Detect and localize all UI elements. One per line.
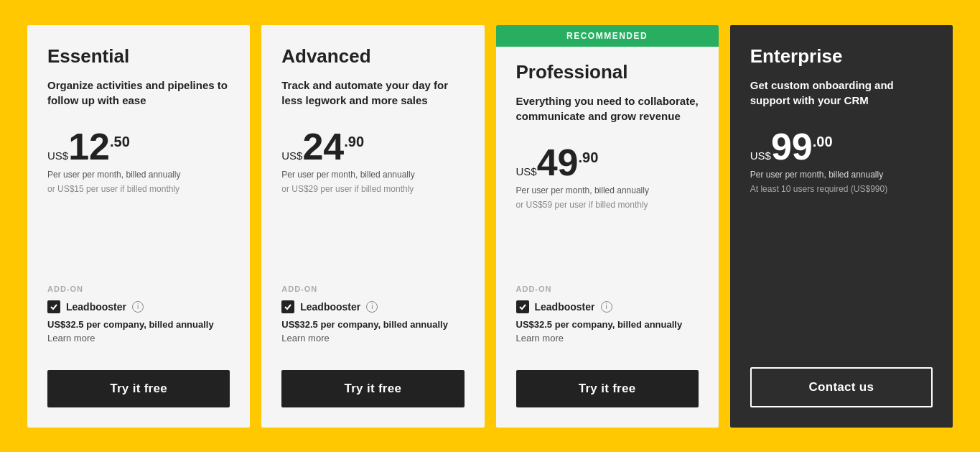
price-billing-advanced: Per user per month, billed annually <box>281 168 464 181</box>
addon-price-advanced: US$32.5 per company, billed annually <box>281 319 464 330</box>
addon-row-advanced: Leadbooster i <box>281 300 464 313</box>
plan-footer-professional: Try it free <box>496 356 719 428</box>
addon-section-essential: ADD-ON Leadbooster i US$32.5 per company… <box>47 273 230 344</box>
price-row-advanced: US$ 24 .90 <box>281 128 464 165</box>
plan-description-professional: Everything you need to collaborate, comm… <box>516 93 699 129</box>
addon-learn-more-advanced[interactable]: Learn more <box>281 333 329 343</box>
plan-card-enterprise: Enterprise Get custom onboarding and sup… <box>730 25 953 428</box>
price-currency-essential: US$ <box>47 149 68 162</box>
addon-name-essential: Leadbooster <box>66 301 126 313</box>
addon-checkbox-professional[interactable] <box>516 300 529 313</box>
price-decimal-advanced: .90 <box>344 134 364 150</box>
addon-price-essential: US$32.5 per company, billed annually <box>47 319 230 330</box>
price-billing-alt-essential: or US$15 per user if billed monthly <box>47 184 230 194</box>
try-button-advanced[interactable]: Try it free <box>281 370 464 407</box>
price-billing-alt-enterprise: At least 10 users required (US$990) <box>750 184 933 194</box>
price-row-professional: US$ 49 .90 <box>516 144 699 181</box>
addon-name-professional: Leadbooster <box>535 301 595 313</box>
plan-description-essential: Organize activities and pipelines to fol… <box>47 78 230 114</box>
plan-name-professional: Professional <box>516 61 699 83</box>
try-button-professional[interactable]: Try it free <box>516 370 699 407</box>
plan-footer-advanced: Try it free <box>261 356 484 428</box>
addon-learn-more-essential[interactable]: Learn more <box>47 333 95 343</box>
price-billing-enterprise: Per user per month, billed annually <box>750 168 933 181</box>
price-billing-essential: Per user per month, billed annually <box>47 168 230 181</box>
price-row-enterprise: US$ 99 .00 <box>750 128 933 165</box>
plan-name-essential: Essential <box>47 45 230 68</box>
plan-content-professional: Professional Everything you need to coll… <box>496 47 719 356</box>
price-main-essential: 12 <box>68 128 110 165</box>
addon-label-essential: ADD-ON <box>47 285 230 293</box>
addon-section-advanced: ADD-ON Leadbooster i US$32.5 per company… <box>281 273 464 344</box>
price-billing-alt-professional: or US$59 per user if billed monthly <box>516 200 699 210</box>
plan-card-professional: RECOMMENDED Professional Everything you … <box>496 25 719 428</box>
addon-name-advanced: Leadbooster <box>300 301 360 313</box>
plan-content-advanced: Advanced Track and automate your day for… <box>261 25 484 356</box>
addon-info-icon-professional[interactable]: i <box>601 301 612 313</box>
price-currency-professional: US$ <box>516 165 537 177</box>
addon-info-icon-advanced[interactable]: i <box>366 301 378 313</box>
price-row-essential: US$ 12 .50 <box>47 128 230 165</box>
addon-row-professional: Leadbooster i <box>516 300 699 313</box>
pricing-container: Essential Organize activities and pipeli… <box>14 25 966 428</box>
price-billing-professional: Per user per month, billed annually <box>516 184 699 197</box>
addon-checkbox-advanced[interactable] <box>281 300 294 313</box>
price-main-professional: 49 <box>537 144 579 181</box>
price-decimal-enterprise: .00 <box>813 134 833 150</box>
addon-label-advanced: ADD-ON <box>281 285 464 293</box>
addon-info-icon-essential[interactable]: i <box>132 301 144 313</box>
price-decimal-essential: .50 <box>110 134 130 150</box>
price-main-advanced: 24 <box>302 128 344 165</box>
plan-name-enterprise: Enterprise <box>750 45 933 68</box>
plan-footer-essential: Try it free <box>27 356 250 428</box>
plan-description-enterprise: Get custom onboarding and support with y… <box>750 78 933 114</box>
plan-name-advanced: Advanced <box>281 45 464 68</box>
plan-card-advanced: Advanced Track and automate your day for… <box>261 25 484 428</box>
price-currency-enterprise: US$ <box>750 149 771 162</box>
plan-card-essential: Essential Organize activities and pipeli… <box>27 25 250 428</box>
addon-checkbox-essential[interactable] <box>47 300 60 313</box>
addon-label-professional: ADD-ON <box>516 285 699 293</box>
addon-section-professional: ADD-ON Leadbooster i US$32.5 per company… <box>516 273 699 344</box>
price-decimal-professional: .90 <box>579 149 599 166</box>
plan-content-essential: Essential Organize activities and pipeli… <box>27 25 250 356</box>
try-button-essential[interactable]: Try it free <box>47 370 230 407</box>
recommended-badge: RECOMMENDED <box>496 25 719 47</box>
plan-content-enterprise: Enterprise Get custom onboarding and sup… <box>730 25 953 353</box>
addon-row-essential: Leadbooster i <box>47 300 230 313</box>
addon-price-professional: US$32.5 per company, billed annually <box>516 319 699 330</box>
addon-learn-more-professional[interactable]: Learn more <box>516 333 564 343</box>
price-billing-alt-advanced: or US$29 per user if billed monthly <box>281 184 464 194</box>
contact-button-enterprise[interactable]: Contact us <box>750 367 933 407</box>
price-main-enterprise: 99 <box>771 128 813 165</box>
price-currency-advanced: US$ <box>281 149 302 162</box>
plan-footer-enterprise: Contact us <box>730 353 953 428</box>
plan-description-advanced: Track and automate your day for less leg… <box>281 78 464 114</box>
